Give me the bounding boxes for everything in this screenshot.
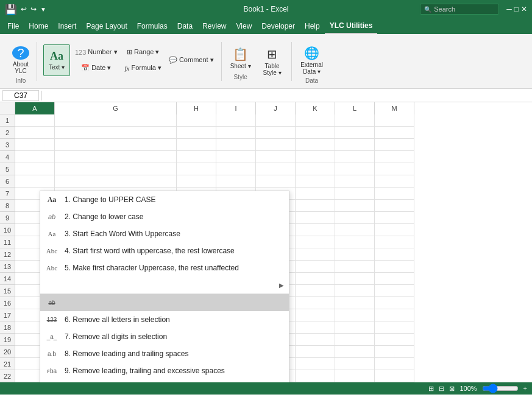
cell-a1[interactable] xyxy=(15,114,55,127)
cell-g3[interactable] xyxy=(55,139,177,151)
cell-k17[interactable] xyxy=(296,309,335,321)
cell-m20[interactable] xyxy=(375,346,414,358)
cell-j5[interactable] xyxy=(256,163,296,175)
cell-l21[interactable] xyxy=(335,358,375,370)
cell-k12[interactable] xyxy=(296,248,335,261)
cell-m3[interactable] xyxy=(375,139,414,151)
menu-item-delete-leading[interactable]: ꜰba 9. Remove leading, trailing and exce… xyxy=(40,362,289,379)
cell-h6[interactable] xyxy=(177,175,216,188)
menu-formulas[interactable]: Formulas xyxy=(132,18,172,34)
cell-j1[interactable] xyxy=(256,114,296,127)
cell-l15[interactable] xyxy=(335,285,375,297)
minimize-icon[interactable]: ─ xyxy=(506,5,512,13)
cell-a4[interactable] xyxy=(15,151,55,163)
cell-k2[interactable] xyxy=(296,127,335,139)
cell-k4[interactable] xyxy=(296,151,335,163)
cell-i1[interactable] xyxy=(216,114,256,127)
cell-a2[interactable] xyxy=(15,127,55,139)
cell-l8[interactable] xyxy=(335,200,375,212)
cell-j2[interactable] xyxy=(256,127,296,139)
cell-m10[interactable] xyxy=(375,224,414,236)
cell-h2[interactable] xyxy=(177,127,216,139)
cell-k21[interactable] xyxy=(296,358,335,370)
menu-file[interactable]: File xyxy=(2,18,24,34)
cell-m13[interactable] xyxy=(375,261,414,273)
cell-m2[interactable] xyxy=(375,127,414,139)
cell-g6[interactable] xyxy=(55,175,177,188)
cell-l12[interactable] xyxy=(335,248,375,261)
cell-m12[interactable] xyxy=(375,248,414,261)
range-button[interactable]: ⊞ Range ▾ xyxy=(122,45,164,60)
external-data-button[interactable]: 🌐 ExternalData ▾ xyxy=(297,44,327,76)
cell-k16[interactable] xyxy=(296,297,335,309)
cell-j3[interactable] xyxy=(256,139,296,151)
menu-page-layout[interactable]: Page Layout xyxy=(81,18,132,34)
cell-i2[interactable] xyxy=(216,127,256,139)
cell-g2[interactable] xyxy=(55,127,177,139)
zoom-slider[interactable] xyxy=(482,386,519,391)
cell-l11[interactable] xyxy=(335,236,375,248)
cell-k20[interactable] xyxy=(296,346,335,358)
sheet-view-icon[interactable]: ⊞ xyxy=(428,385,434,393)
cell-a6[interactable] xyxy=(15,175,55,188)
cell-k5[interactable] xyxy=(296,163,335,175)
cell-m7[interactable] xyxy=(375,188,414,200)
cell-m5[interactable] xyxy=(375,163,414,175)
menu-item-first-char-cap[interactable]: Abc 5. Make first character Uppercase, t… xyxy=(40,259,289,276)
menu-item-first-cap[interactable]: Abc 4. Start first word with uppercase, … xyxy=(40,242,289,259)
cell-g1[interactable] xyxy=(55,114,177,127)
cell-l20[interactable] xyxy=(335,346,375,358)
cell-k6[interactable] xyxy=(296,175,335,188)
cell-m21[interactable] xyxy=(375,358,414,370)
close-icon[interactable]: ✕ xyxy=(521,5,527,13)
cell-i3[interactable] xyxy=(216,139,256,151)
undo-icon[interactable]: ↩ xyxy=(21,5,27,13)
redo-icon[interactable]: ↪ xyxy=(30,5,37,13)
maximize-icon[interactable]: □ xyxy=(514,5,519,13)
menu-item-capitalize[interactable]: Aa 3. Start Each Word With Uppercase xyxy=(40,225,289,242)
cell-l3[interactable] xyxy=(335,139,375,151)
cell-m16[interactable] xyxy=(375,297,414,309)
menu-item-uppercase[interactable]: Aa 1. Change to UPPER CASE xyxy=(40,191,289,208)
formula-input[interactable] xyxy=(44,91,530,100)
menu-help[interactable]: Help xyxy=(300,18,325,34)
menu-item-delete-ending[interactable]: abꜰ 10. Delete number of leading charact… xyxy=(40,379,289,382)
menu-item-remove-letters[interactable]: ab xyxy=(40,294,289,311)
text-button[interactable]: Aa Text ▾ xyxy=(43,44,70,76)
formula-button[interactable]: fx Formula ▾ xyxy=(122,61,164,75)
menu-item-other-cases[interactable]: ▶ xyxy=(40,276,289,293)
menu-data[interactable]: Data xyxy=(172,18,197,34)
cell-i4[interactable] xyxy=(216,151,256,163)
cell-k7[interactable] xyxy=(296,188,335,200)
cell-l4[interactable] xyxy=(335,151,375,163)
cell-h3[interactable] xyxy=(177,139,216,151)
menu-item-remove-excess-spaces[interactable]: a.b 8. Remove leading and trailing space… xyxy=(40,345,289,362)
cell-g5[interactable] xyxy=(55,163,177,175)
cell-a5[interactable] xyxy=(15,163,55,175)
sheet-button[interactable]: 📋 Sheet ▾ xyxy=(227,42,255,74)
name-box[interactable]: C37 xyxy=(2,90,39,101)
cell-m8[interactable] xyxy=(375,200,414,212)
cell-h5[interactable] xyxy=(177,163,216,175)
cell-m4[interactable] xyxy=(375,151,414,163)
menu-item-remove-spaces[interactable]: _a_ 7. Remove all digits in selection xyxy=(40,328,289,345)
cell-k14[interactable] xyxy=(296,273,335,285)
cell-m6[interactable] xyxy=(375,175,414,188)
cell-k8[interactable] xyxy=(296,200,335,212)
cell-k9[interactable] xyxy=(296,212,335,224)
cell-i5[interactable] xyxy=(216,163,256,175)
menu-item-lowercase[interactable]: ab 2. Change to lower case xyxy=(40,208,289,225)
cell-k13[interactable] xyxy=(296,261,335,273)
cell-l7[interactable] xyxy=(335,188,375,200)
cell-k3[interactable] xyxy=(296,139,335,151)
cell-l18[interactable] xyxy=(335,321,375,334)
about-ylc-button[interactable]: ? AboutYLC xyxy=(9,44,33,76)
number-button[interactable]: 123 Number ▾ xyxy=(73,45,120,60)
cell-k15[interactable] xyxy=(296,285,335,297)
cell-k22[interactable] xyxy=(296,370,335,382)
cell-g4[interactable] xyxy=(55,151,177,163)
cell-j6[interactable] xyxy=(256,175,296,188)
cell-j4[interactable] xyxy=(256,151,296,163)
cell-l22[interactable] xyxy=(335,370,375,382)
cell-k18[interactable] xyxy=(296,321,335,334)
